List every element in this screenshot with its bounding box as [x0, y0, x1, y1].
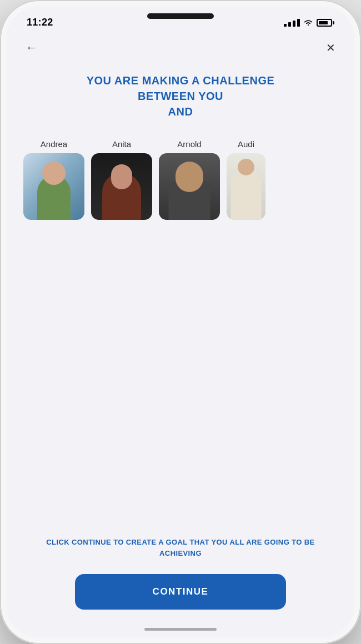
person-item-andrea[interactable]: Andrea	[23, 139, 84, 220]
status-bar: 11:22	[7, 7, 354, 34]
person-name: Audi	[238, 139, 254, 149]
headline-line2: BETWEEN YOU	[87, 88, 275, 104]
back-button[interactable]: ←	[23, 38, 40, 57]
person-item-anita[interactable]: Anita	[91, 139, 152, 220]
wifi-icon	[303, 19, 313, 27]
screen: 11:22	[7, 7, 354, 637]
person-avatar[interactable]	[23, 153, 84, 220]
person-item-audi[interactable]: Audi	[227, 139, 265, 220]
battery-icon	[317, 19, 334, 27]
close-button[interactable]: ✕	[324, 39, 338, 57]
person-item-arnold[interactable]: Arnold	[159, 139, 220, 220]
person-avatar[interactable]	[227, 153, 265, 220]
person-avatar[interactable]	[91, 153, 152, 220]
signal-icon	[284, 19, 300, 27]
people-row: AndreaAnitaArnoldAudi	[23, 139, 338, 225]
dynamic-island	[147, 13, 214, 19]
person-name: Andrea	[41, 139, 67, 149]
phone-shell: 11:22	[0, 0, 361, 644]
person-avatar[interactable]	[159, 153, 220, 220]
instruction-text: CLICK CONTINUE TO CREATE A GOAL THAT YOU…	[31, 537, 330, 559]
headline: YOU ARE MAKING A CHALLENGE BETWEEN YOU A…	[87, 73, 275, 119]
continue-button[interactable]: CONTINUE	[75, 574, 286, 610]
headline-line1: YOU ARE MAKING A CHALLENGE	[87, 73, 275, 88]
nav-bar: ← ✕	[7, 34, 354, 59]
status-time: 11:22	[27, 17, 53, 28]
home-indicator	[144, 628, 217, 631]
status-icons	[284, 19, 334, 27]
person-name: Arnold	[177, 139, 201, 149]
headline-line3: AND	[87, 104, 275, 119]
bottom-section: CLICK CONTINUE TO CREATE A GOAL THAT YOU…	[7, 537, 354, 637]
person-name: Anita	[112, 139, 131, 149]
